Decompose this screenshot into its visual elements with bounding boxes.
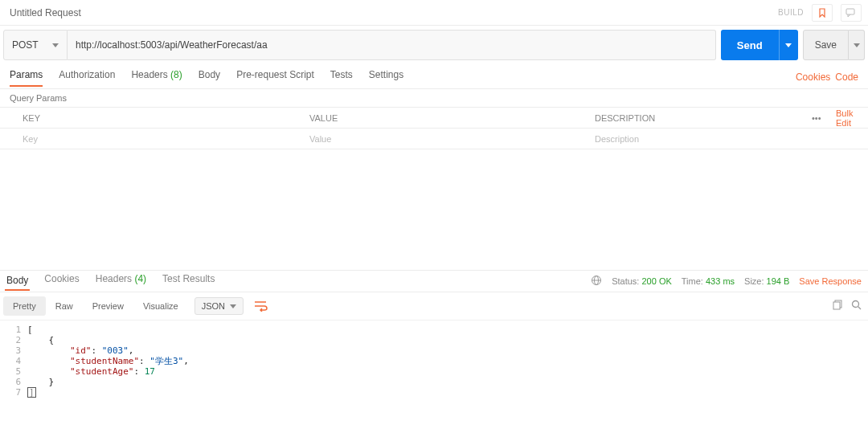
tab-headers[interactable]: Headers (8) xyxy=(131,69,182,87)
copy-icon[interactable] xyxy=(833,300,843,312)
param-key-input[interactable] xyxy=(23,134,293,144)
view-pretty[interactable]: Pretty xyxy=(3,296,46,316)
resp-headers-count: (4) xyxy=(134,273,146,284)
format-value: JSON xyxy=(202,301,225,311)
cookies-link[interactable]: Cookies xyxy=(796,71,830,83)
chevron-down-icon xyxy=(785,43,792,47)
svg-rect-5 xyxy=(833,302,840,309)
more-actions[interactable]: ••• xyxy=(804,113,828,123)
wrap-lines-button[interactable] xyxy=(250,296,272,316)
request-tab-title: Untitled Request xyxy=(10,7,81,18)
code-link[interactable]: Code xyxy=(835,71,858,83)
line-gutter: 1 2 3 4 5 6 7 xyxy=(0,321,27,397)
view-visualize[interactable]: Visualize xyxy=(133,296,188,316)
col-header-description: DESCRIPTION xyxy=(587,113,804,123)
param-row[interactable] xyxy=(0,129,868,149)
url-input-container[interactable] xyxy=(68,30,716,60)
view-raw[interactable]: Raw xyxy=(46,296,83,316)
save-dropdown[interactable] xyxy=(849,30,865,60)
method-value: POST xyxy=(12,39,39,51)
view-preview[interactable]: Preview xyxy=(83,296,133,316)
svg-point-6 xyxy=(853,301,859,308)
tab-body[interactable]: Body xyxy=(199,69,220,87)
build-label[interactable]: BUILD xyxy=(778,8,804,17)
tab-tests[interactable]: Tests xyxy=(330,69,353,87)
save-response-link[interactable]: Save Response xyxy=(799,276,862,286)
bulk-edit-link[interactable]: Bulk Edit xyxy=(828,108,868,128)
resp-headers-label: Headers xyxy=(96,273,132,284)
response-tab-headers[interactable]: Headers (4) xyxy=(94,273,148,289)
chevron-down-icon xyxy=(52,43,59,47)
spacer xyxy=(0,149,868,270)
chevron-down-icon xyxy=(230,304,236,308)
params-table: KEY VALUE DESCRIPTION ••• Bulk Edit xyxy=(0,107,868,149)
response-tab-testresults[interactable]: Test Results xyxy=(161,273,216,289)
send-button[interactable]: Send xyxy=(721,30,779,60)
query-params-label: Query Params xyxy=(0,89,868,107)
headers-label: Headers xyxy=(131,69,167,80)
svg-line-7 xyxy=(858,307,862,310)
headers-count: (8) xyxy=(170,69,182,80)
tab-authorization[interactable]: Authorization xyxy=(59,69,115,87)
status-meta: Status: 200 OK xyxy=(612,276,672,286)
response-body-viewer[interactable]: 1 2 3 4 5 6 7 [ { "id": "003", "studentN… xyxy=(0,320,868,397)
http-method-select[interactable]: POST xyxy=(3,30,68,60)
save-button[interactable]: Save xyxy=(803,30,849,60)
search-icon[interactable] xyxy=(851,300,862,312)
send-dropdown[interactable] xyxy=(779,30,798,60)
col-header-value: VALUE xyxy=(301,113,587,123)
chevron-down-icon xyxy=(854,43,860,47)
format-select[interactable]: JSON xyxy=(194,297,244,315)
response-tab-cookies[interactable]: Cookies xyxy=(43,273,80,289)
svg-rect-0 xyxy=(846,9,854,14)
tab-settings[interactable]: Settings xyxy=(369,69,403,87)
url-input[interactable] xyxy=(76,39,707,51)
globe-icon[interactable] xyxy=(591,275,602,288)
code-content: [ { "id": "003", "studentName": "学生3", "… xyxy=(27,321,189,397)
size-meta: Size: 194 B xyxy=(744,276,789,286)
tab-prerequest[interactable]: Pre-request Script xyxy=(236,69,314,87)
param-description-input[interactable] xyxy=(595,134,796,144)
time-meta: Time: 433 ms xyxy=(682,276,735,286)
tab-params[interactable]: Params xyxy=(10,69,43,87)
comments-icon[interactable] xyxy=(841,4,862,22)
bookmark-icon[interactable] xyxy=(812,4,833,22)
param-value-input[interactable] xyxy=(309,134,579,144)
response-tab-body[interactable]: Body xyxy=(5,275,30,291)
col-header-key: KEY xyxy=(0,113,301,123)
